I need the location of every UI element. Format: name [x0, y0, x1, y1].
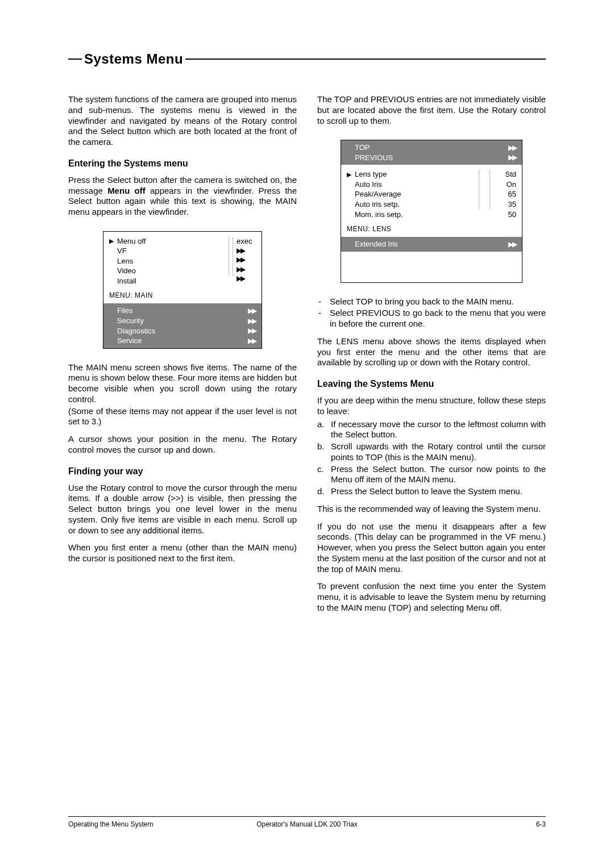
right-column: The TOP and PREVIOUS entries are not imm…	[317, 94, 546, 620]
bullet-list: Select TOP to bring you back to the MAIN…	[317, 297, 546, 329]
blank-area	[341, 252, 522, 282]
leaving-intro: If you are deep within the menu structur…	[317, 395, 546, 417]
menu-item-hidden: PREVIOUS	[355, 153, 505, 163]
heading-leaving: Leaving the Systems Menu	[317, 378, 546, 390]
menu-value: Std	[505, 169, 516, 180]
step-item: Press the Select button to leave the Sys…	[331, 486, 522, 497]
menu-name: MENU: LENS	[341, 223, 522, 237]
menu-item: Auto iris setp.	[355, 199, 475, 210]
double-arrow-icon: ▶▶	[233, 265, 244, 274]
cursor-icon: ▶	[109, 237, 117, 245]
menu-item-hidden: Files	[117, 306, 244, 316]
lens-desc: The LENS menu above shows the items disp…	[317, 336, 546, 368]
menu-value: 50	[508, 210, 516, 220]
menu-item: Lens type	[355, 169, 475, 180]
double-arrow-icon: ▶▶	[244, 326, 256, 335]
step-item: Press the Select button. The cursor now …	[331, 464, 546, 486]
finding-text-2: When you first enter a menu (other than …	[68, 542, 297, 564]
double-arrow-icon: ▶▶	[244, 316, 256, 326]
left-column: The system functions of the camera are g…	[68, 94, 297, 620]
menu-item: Install	[117, 276, 229, 286]
dotted-divider	[479, 170, 479, 209]
cursor-icon: ▶	[347, 170, 355, 179]
leaving-recommended: This is the recommended way of leaving t…	[317, 504, 546, 515]
bullet-item: Select PREVIOUS to go back to the menu t…	[330, 308, 546, 329]
rule-right	[185, 59, 546, 60]
hidden-items-group: Files▶▶ Security▶▶ Diagnostics▶▶ Service…	[103, 303, 262, 348]
intro-text: The system functions of the camera are g…	[68, 94, 297, 148]
menu-value: 65	[508, 189, 516, 199]
leaving-advice: To prevent confusion the next time you e…	[317, 581, 546, 613]
menu-name: MENU: MAIN	[103, 289, 262, 303]
exec-label: exec	[233, 236, 252, 247]
main-menu-note: (Some of these items may not appear if t…	[68, 406, 297, 428]
step-item: If necessary move the cursor to the left…	[331, 419, 546, 441]
page-footer: Operating the Menu System Operator's Man…	[68, 816, 546, 828]
footer-center: Operator's Manual LDK 200 Triax	[227, 820, 387, 828]
main-menu-figure: ▶Menu off VF Lens Video Install exec ▶▶ …	[103, 231, 262, 349]
section-header: Systems Menu	[68, 51, 546, 67]
double-arrow-icon: ▶▶	[233, 274, 244, 283]
lens-menu-figure: TOP▶▶ PREVIOUS▶▶ ▶Lens type Auto Iris Pe…	[341, 140, 522, 282]
heading-entering: Entering the Systems menu	[68, 158, 297, 169]
steps-list: If necessary move the cursor to the left…	[317, 419, 546, 497]
double-arrow-icon: ▶▶	[505, 143, 516, 152]
finding-text-1: Use the Rotary control to move the curso…	[68, 483, 297, 536]
footer-left: Operating the Menu System	[68, 820, 227, 828]
leaving-timeout: If you do not use the menu it disappears…	[317, 521, 546, 575]
menu-item-hidden: Extended Iris	[355, 239, 505, 249]
double-arrow-icon: ▶▶	[505, 153, 516, 162]
menu-item: VF	[117, 246, 229, 256]
heading-finding: Finding your way	[68, 466, 297, 477]
double-arrow-icon: ▶▶	[233, 246, 244, 255]
menu-item: Menu off	[117, 236, 229, 247]
menu-item: Lens	[117, 256, 229, 266]
menu-item: Peak/Average	[355, 189, 475, 199]
double-arrow-icon: ▶▶	[244, 306, 256, 315]
menu-item-hidden: Service	[117, 336, 244, 346]
menu-item-hidden: TOP	[355, 143, 505, 153]
double-arrow-icon: ▶▶	[505, 240, 516, 249]
menu-item: Video	[117, 266, 229, 276]
menu-item: Mom. iris setp.	[355, 210, 475, 220]
menu-item-hidden: Security	[117, 316, 244, 326]
footer-right: 6-3	[387, 820, 546, 828]
step-item: Scroll upwards with the Rotary control u…	[331, 441, 546, 463]
menu-value: On	[507, 180, 516, 190]
double-arrow-icon: ▶▶	[233, 255, 244, 264]
entering-text: Press the Select button after the camera…	[68, 175, 297, 218]
bullet-item: Select TOP to bring you back to the MAIN…	[330, 297, 514, 307]
cursor-desc: A cursor shows your position in the menu…	[68, 434, 297, 456]
dotted-divider	[489, 170, 490, 209]
p2b-bold: Menu off	[107, 186, 146, 195]
menu-value: 35	[508, 199, 516, 210]
main-menu-desc: The MAIN menu screen shows five items. T…	[68, 362, 297, 405]
double-arrow-icon: ▶▶	[244, 336, 256, 345]
menu-item: Auto Iris	[355, 180, 475, 190]
top-previous-text: The TOP and PREVIOUS entries are not imm…	[317, 94, 546, 126]
section-title: Systems Menu	[82, 51, 185, 67]
menu-item-hidden: Diagnostics	[117, 326, 244, 336]
rule-left	[68, 59, 82, 60]
